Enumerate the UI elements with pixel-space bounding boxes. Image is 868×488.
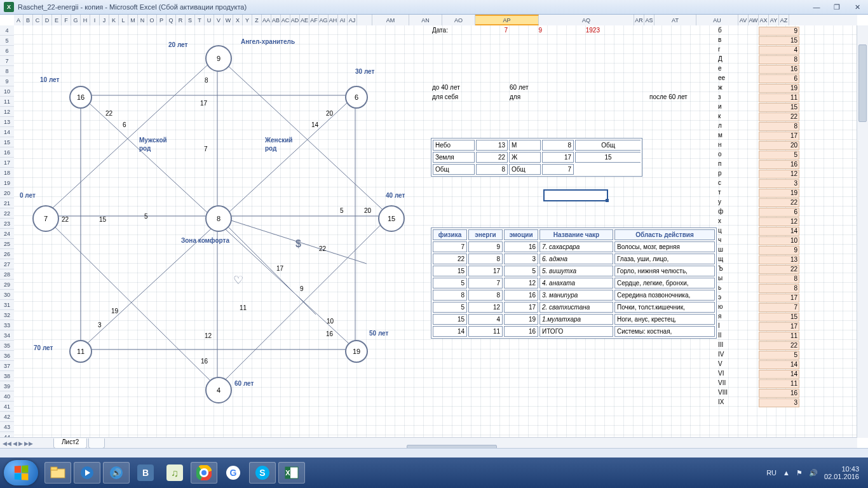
lbl-for: для [510,93,520,100]
label-40: 40 лет [386,192,405,199]
taskbar[interactable]: 🔊 B ♫ G S X RU ▲ ⚑ 🔊 10:43 02.01.2016 [0,458,868,488]
date-m: 9 [531,27,542,34]
dn: 20 [364,207,371,214]
circle-bottom: 4 [205,377,232,403]
label-female: Женский [265,137,293,144]
nze-table: Небо13М8Общ Земля22Ж1715 Общ8Общ7 [431,138,642,177]
label-10: 10 лет [40,76,59,83]
dn: 22 [105,110,112,117]
lbl-60: 60 лет [510,84,529,91]
dn: 11 [240,304,247,311]
circle-bl: 11 [69,340,92,363]
minimize-button[interactable]: — [810,3,824,11]
close-button[interactable]: ✕ [850,3,864,11]
horizontal-scrollbar[interactable]: ◀◀◀▶▶▶ Лист2 [0,437,857,449]
date-y: 1923 [577,27,600,34]
excel-icon: X [4,2,14,12]
new-sheet-tab[interactable] [88,438,105,449]
tray-volume-icon[interactable]: 🔊 [809,469,818,477]
circle-tr: 6 [345,86,368,109]
label-rod1: род [139,145,151,152]
lang-indicator[interactable]: RU [766,469,776,477]
system-tray[interactable]: RU ▲ ⚑ 🔊 10:43 02.01.2016 [766,465,864,480]
svg-line-0 [217,56,390,216]
dn: 17 [200,100,207,107]
row-headers[interactable]: 4567891011121314151617181920212223242526… [0,25,15,452]
svg-line-12 [217,216,316,315]
wmp-icon[interactable] [74,462,100,484]
lbl-self: для себя [432,93,458,100]
titlebar: X Raschet_22-energii - копия - Microsoft… [0,0,868,15]
column-headers[interactable]: ABCDEFGHIJKLMNOPQRSTUVWXYZAAABACADAEAFAG… [14,15,857,26]
statusbar [0,448,868,458]
dn: 8 [205,77,208,84]
vertical-scrollbar[interactable] [857,25,868,438]
tray-network-icon[interactable]: ⚑ [796,469,803,477]
spreadsheet-area: ABCDEFGHIJKLMNOPQRSTUVWXYZAAABACADAEAFAG… [0,15,868,458]
sound-icon[interactable]: 🔊 [103,462,130,484]
chrome-icon[interactable] [191,462,217,484]
excel-taskbar-icon[interactable]: X [278,462,305,484]
label-rod2: род [265,145,276,152]
svg-text:♫: ♫ [171,468,179,478]
label-zone: Зона комфорта [181,237,229,244]
dn: 9 [300,285,304,292]
date-d: 7 [496,27,508,34]
circle-top: 9 [205,45,232,72]
clock-date[interactable]: 02.01.2016 [824,473,859,480]
circle-left: 7 [32,205,59,232]
sheet-tab[interactable]: Лист2 [53,438,87,449]
lbl-40: до 40 лет [432,84,460,91]
maximize-button[interactable]: ❐ [830,3,844,11]
dollar-icon: $ [295,238,301,250]
dn: 20 [326,110,333,117]
start-button[interactable] [4,460,38,485]
label-50: 50 лет [369,330,388,337]
window-title: Raschet_22-energii - копия - Microsoft E… [18,3,247,11]
dn: 17 [276,265,283,272]
google-icon[interactable]: G [220,462,247,484]
music-icon[interactable]: ♫ [161,462,188,484]
label-60: 60 лет [234,380,254,387]
active-cell[interactable] [543,189,608,201]
dn: 12 [205,332,212,339]
label-70: 70 лет [34,344,53,351]
svg-point-28 [201,470,207,476]
dn: 19 [111,308,118,315]
svg-line-13 [217,216,367,264]
dn: 15 [99,216,106,223]
label-0: 0 лет [20,192,36,199]
dn: 6 [123,121,126,128]
dn: 7 [204,146,208,152]
clock-time[interactable]: 10:43 [824,465,859,473]
svg-line-3 [44,56,217,216]
chakra-table: физикаэнергиэмоцииНазвание чакрОбласть д… [431,227,717,339]
svg-text:B: B [142,468,149,478]
lbl-after: после 60 лет [649,93,688,100]
skype-icon[interactable]: S [249,462,276,484]
dn: 3 [98,322,102,329]
circle-tl: 16 [69,86,92,109]
circle-right: 15 [378,205,405,232]
grid[interactable]: Ангел-хранитель 20 лет 30 лет 10 лет 0 л… [14,25,857,438]
label-angel: Ангел-хранитель [241,38,295,45]
dn: 10 [327,318,334,325]
date-label: Дата: [432,27,448,34]
label-male: Мужской [139,137,167,144]
circle-center: 8 [205,205,232,232]
svg-rect-15 [51,467,57,470]
label-30: 30 лет [355,68,374,75]
dn: 16 [201,358,208,365]
vk-icon[interactable]: B [132,462,159,484]
dn: 22 [319,245,326,252]
dn: 5 [340,207,344,214]
explorer-icon[interactable] [44,462,71,484]
heart-icon: ♡ [233,273,243,287]
tray-flag-icon[interactable]: ▲ [783,469,790,477]
svg-text:S: S [259,468,265,478]
dn: 14 [311,121,318,128]
svg-text:🔊: 🔊 [112,468,121,477]
svg-text:G: G [230,468,237,478]
circle-br: 19 [345,340,368,363]
dn: 5 [144,213,148,220]
